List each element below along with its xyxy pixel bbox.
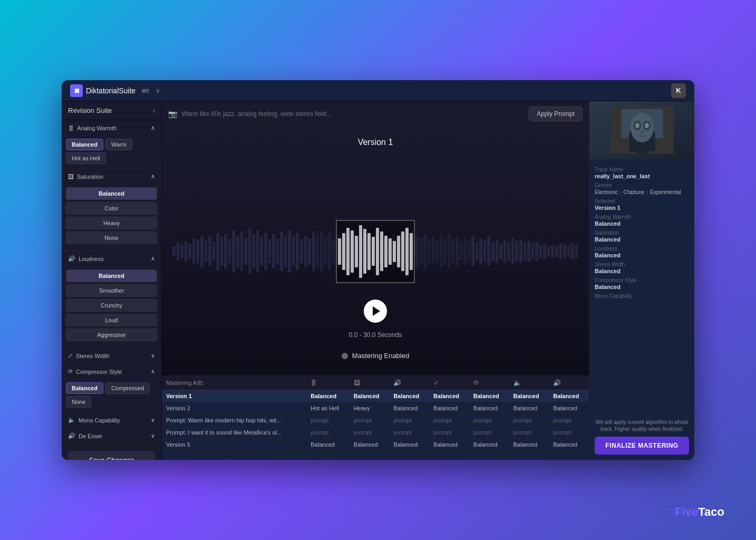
genres-row: Electronic | Chiptune | Experimental xyxy=(595,189,689,195)
waveform-bar xyxy=(296,233,299,270)
compressor-none[interactable]: None xyxy=(66,396,91,408)
finalize-label-1: FINALIZE xyxy=(605,442,636,449)
close-button[interactable]: K xyxy=(671,83,686,98)
row-value: Balanced xyxy=(389,439,429,451)
waveform-bar xyxy=(272,234,275,268)
table-row[interactable]: Prompt: I want it to sound like Metallic… xyxy=(162,427,589,439)
apply-prompt-button[interactable]: Apply Prompt xyxy=(529,107,583,121)
waveform-bar xyxy=(332,239,335,263)
row-name: Version 1 xyxy=(162,390,306,402)
waveform-area: Version 1 0.0 - 30.0 Seconds Mastering E… xyxy=(162,127,589,375)
loudness-loud[interactable]: Loud xyxy=(66,314,157,326)
col-icon-compressor: ⟳ xyxy=(469,376,509,390)
genre-electronic: Electronic xyxy=(595,189,618,195)
right-stereo-label: Stereo Width xyxy=(595,262,689,267)
table-row[interactable]: Prompt: Warm like modern hip hop hits, w… xyxy=(162,414,589,427)
row-value: Balanced xyxy=(306,390,349,402)
section-loudness-header[interactable]: 🔊 Loudness ∧ xyxy=(62,251,161,266)
section-analog-warmth-header[interactable]: 🎛 Analog Warmth ∧ xyxy=(62,120,161,136)
waveform-bar xyxy=(519,239,522,263)
track-name-value: really_last_one_last xyxy=(595,173,689,179)
loudness-aggressive[interactable]: Aggressive xyxy=(66,329,157,341)
table-row[interactable]: Version 1BalancedBalancedBalancedBalance… xyxy=(162,390,589,402)
saturation-balanced[interactable]: Balanced xyxy=(66,187,157,200)
inner-bar xyxy=(351,230,354,273)
saturation-heavy[interactable]: Heavy xyxy=(66,217,157,229)
section-loudness: 🔊 Loudness ∧ Balanced Smoother Crunchy L… xyxy=(62,251,161,348)
waveform-bar xyxy=(524,242,527,261)
waveform-bar xyxy=(468,241,471,262)
saturation-none[interactable]: None xyxy=(66,232,157,244)
saturation-icon: 🖼 xyxy=(68,173,74,180)
right-analog-warmth-label: Analog Warmth xyxy=(595,214,689,220)
waveform-bar xyxy=(208,237,211,266)
language-selector[interactable]: en xyxy=(142,87,149,94)
section-compressor-header[interactable]: ⟳ Compressor Style ∧ xyxy=(62,364,161,379)
row-value: prompt xyxy=(350,427,390,439)
inner-bar xyxy=(389,238,392,265)
waveform-bar xyxy=(567,246,570,257)
analog-warmth-balanced[interactable]: Balanced xyxy=(66,139,103,150)
waveform-bar xyxy=(483,241,487,262)
waveform-bar xyxy=(451,239,454,263)
right-analog-warmth-value: Balanced xyxy=(595,220,689,227)
section-de-esser-header[interactable]: 🔊 De Esser ∨ xyxy=(62,428,161,443)
waveform-bar xyxy=(316,234,319,268)
inner-bar xyxy=(342,233,345,270)
analog-warmth-warm[interactable]: Warm xyxy=(105,139,132,150)
row-value: prompt xyxy=(389,427,429,439)
play-button[interactable] xyxy=(364,300,387,323)
waveform-bar xyxy=(455,237,459,266)
compressor-compressed[interactable]: Compressed xyxy=(105,382,150,394)
section-mono-header[interactable]: 🔈 Mono Capability ∨ xyxy=(62,412,161,428)
prompt-input[interactable] xyxy=(181,110,525,118)
finalize-label-2: MASTERING xyxy=(638,442,679,449)
loudness-balanced[interactable]: Balanced xyxy=(66,269,157,282)
waveform-bar xyxy=(543,244,546,259)
waveform-bar xyxy=(499,244,502,259)
finalize-mastering-button[interactable]: FINALIZE MASTERING xyxy=(595,437,689,455)
inner-bar xyxy=(414,237,415,266)
waveform-bar xyxy=(420,238,423,265)
right-saturation-label: Saturation xyxy=(595,230,689,236)
waveform-bar xyxy=(228,239,231,263)
waveform-bar xyxy=(180,245,183,258)
waveform-bar xyxy=(539,245,542,258)
saturation-color[interactable]: Color xyxy=(66,202,157,215)
compressor-balanced[interactable]: Balanced xyxy=(66,382,103,394)
inner-bar xyxy=(363,229,366,274)
section-saturation-header[interactable]: 🖼 Saturation ∧ xyxy=(62,169,161,184)
compressor-body: Balanced Compressed None xyxy=(62,379,161,412)
mastering-toggle[interactable]: Mastering Enabled xyxy=(342,352,409,360)
loudness-body: Balanced Smoother Crunchy Loud Aggressiv… xyxy=(62,266,161,348)
compressor-options: Balanced Compressed None xyxy=(66,382,157,408)
brand-name-light: Taco xyxy=(698,505,724,518)
row-value: Balanced xyxy=(469,390,509,402)
row-value: prompt xyxy=(509,427,549,439)
save-changes-button[interactable]: Save Changes xyxy=(68,451,155,460)
version-label: Version 1 xyxy=(358,138,393,147)
section-stereo-width-header[interactable]: ⤢ Stereo Width ∨ xyxy=(62,348,161,363)
table-row[interactable]: Version 2Hot as HellHeavyBalancedBalance… xyxy=(162,402,589,414)
loudness-smoother[interactable]: Smoother xyxy=(66,284,157,297)
analog-warmth-icon: 🎛 xyxy=(68,125,74,131)
row-value: Balanced xyxy=(549,402,589,414)
table-row[interactable]: Version 5BalancedBalancedBalancedBalance… xyxy=(162,439,589,451)
sidebar-collapse-icon[interactable]: ‹ xyxy=(153,107,155,114)
waveform-bar xyxy=(236,236,239,267)
row-value: prompt xyxy=(509,414,549,427)
loudness-crunchy[interactable]: Crunchy xyxy=(66,299,157,312)
analog-warmth-options: Balanced Warm Hot as Hell xyxy=(66,139,157,164)
inner-bar xyxy=(410,233,413,270)
center-panel: 📷 Apply Prompt Version 1 0.0 - 30.0 Seco… xyxy=(162,101,589,460)
analog-warmth-label: Analog Warmth xyxy=(77,125,117,131)
section-de-esser: 🔊 De Esser ∨ xyxy=(62,428,161,444)
waveform-bar xyxy=(212,242,216,261)
analog-warmth-hot[interactable]: Hot as Hell xyxy=(66,152,106,164)
waveform-bar xyxy=(535,242,538,261)
waveform-bar xyxy=(216,233,219,270)
right-saturation-value: Balanced xyxy=(595,236,689,243)
stereo-width-icon: ⤢ xyxy=(68,352,73,359)
waveform-bar xyxy=(264,233,267,270)
waveform-bar xyxy=(188,244,191,259)
